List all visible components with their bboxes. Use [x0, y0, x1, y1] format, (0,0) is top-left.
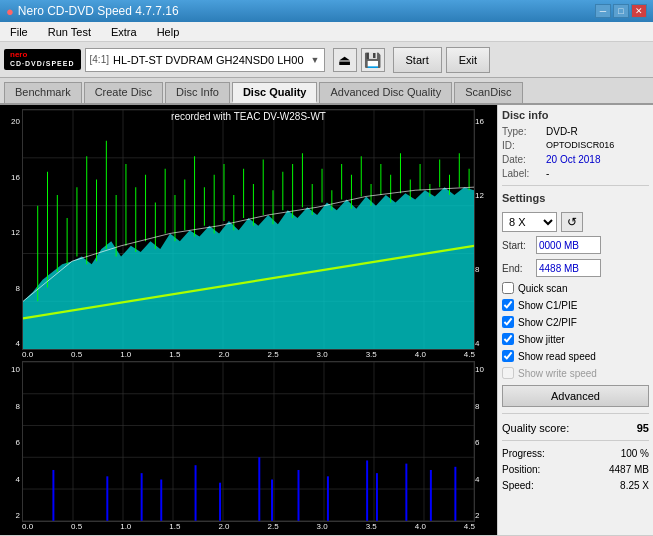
svg-rect-86 — [366, 461, 368, 521]
quality-score-label: Quality score: — [502, 422, 569, 434]
show-c2pif-row: Show C2/PIF — [502, 316, 649, 328]
show-c2pif-checkbox[interactable] — [502, 316, 514, 328]
id-value: OPTODISCR016 — [546, 140, 614, 151]
show-write-speed-row: Show write speed — [502, 367, 649, 379]
drive-selector[interactable]: [4:1] HL-DT-ST DVDRAM GH24NSD0 LH00 ▼ — [85, 48, 325, 72]
svg-rect-84 — [430, 470, 432, 521]
show-read-speed-checkbox[interactable] — [502, 350, 514, 362]
date-label: Date: — [502, 154, 542, 165]
app-title: Nero CD-DVD Speed 4.7.7.16 — [18, 4, 179, 18]
show-jitter-label: Show jitter — [518, 334, 565, 345]
disc-type-row: Type: DVD-R — [502, 126, 649, 137]
drive-name: HL-DT-ST DVDRAM GH24NSD0 LH00 — [113, 54, 307, 66]
menu-bar: File Run Test Extra Help — [0, 22, 653, 42]
start-button[interactable]: Start — [393, 47, 442, 73]
main-content: recorded with TEAC DV-W28S-WT 20 16 12 8… — [0, 105, 653, 535]
disc-label-label: Label: — [502, 168, 542, 179]
chart-title: recorded with TEAC DV-W28S-WT — [171, 111, 326, 122]
end-label: End: — [502, 263, 532, 274]
progress-value: 100 % — [621, 448, 649, 459]
speed-value: 8.25 X — [620, 480, 649, 491]
progress-label: Progress: — [502, 448, 545, 459]
speed-select[interactable]: 8 X — [502, 212, 557, 232]
maximize-button[interactable]: □ — [613, 4, 629, 18]
show-c1pie-label: Show C1/PIE — [518, 300, 577, 311]
tab-disc-info[interactable]: Disc Info — [165, 82, 230, 103]
settings-refresh-icon[interactable]: ↺ — [561, 212, 583, 232]
show-read-speed-label: Show read speed — [518, 351, 596, 362]
type-value: DVD-R — [546, 126, 578, 137]
show-jitter-row: Show jitter — [502, 333, 649, 345]
position-row: Position: 4487 MB — [502, 464, 649, 475]
chart-area: recorded with TEAC DV-W28S-WT 20 16 12 8… — [0, 105, 497, 535]
show-c1pie-checkbox[interactable] — [502, 299, 514, 311]
start-mb-row: Start: 0000 MB — [502, 236, 649, 254]
tab-scan-disc[interactable]: ScanDisc — [454, 82, 522, 103]
id-label: ID: — [502, 140, 542, 151]
start-label: Start: — [502, 240, 532, 251]
start-input[interactable]: 0000 MB — [536, 236, 601, 254]
date-value: 20 Oct 2018 — [546, 154, 600, 165]
settings-title: Settings — [502, 192, 649, 204]
show-c2pif-label: Show C2/PIF — [518, 317, 577, 328]
svg-rect-91 — [454, 467, 456, 521]
show-write-speed-label: Show write speed — [518, 368, 597, 379]
menu-extra[interactable]: Extra — [105, 24, 143, 40]
svg-rect-88 — [195, 465, 197, 521]
end-mb-row: End: 4488 MB — [502, 259, 649, 277]
window-controls: ─ □ ✕ — [595, 4, 647, 18]
quality-score-value: 95 — [637, 422, 649, 434]
tab-disc-quality[interactable]: Disc Quality — [232, 82, 318, 103]
svg-rect-87 — [141, 473, 143, 521]
svg-rect-77 — [52, 470, 54, 521]
quick-scan-label: Quick scan — [518, 283, 567, 294]
quick-scan-checkbox[interactable] — [502, 282, 514, 294]
advanced-button[interactable]: Advanced — [502, 385, 649, 407]
menu-file[interactable]: File — [4, 24, 34, 40]
exit-button[interactable]: Exit — [446, 47, 490, 73]
svg-rect-82 — [327, 477, 329, 521]
quick-scan-row: Quick scan — [502, 282, 649, 294]
svg-rect-85 — [258, 457, 260, 521]
save-icon[interactable]: 💾 — [361, 48, 385, 72]
right-panel: Disc info Type: DVD-R ID: OPTODISCR016 D… — [497, 105, 653, 535]
position-label: Position: — [502, 464, 540, 475]
svg-rect-80 — [219, 483, 221, 521]
tab-bar: Benchmark Create Disc Disc Info Disc Qua… — [0, 78, 653, 105]
svg-rect-78 — [106, 477, 108, 521]
disc-id-row: ID: OPTODISCR016 — [502, 140, 649, 151]
speed-row-info: Speed: 8.25 X — [502, 480, 649, 491]
svg-rect-90 — [405, 464, 407, 521]
svg-rect-79 — [160, 480, 162, 521]
menu-run-test[interactable]: Run Test — [42, 24, 97, 40]
tab-create-disc[interactable]: Create Disc — [84, 82, 163, 103]
quality-score-row: Quality score: 95 — [502, 422, 649, 434]
minimize-button[interactable]: ─ — [595, 4, 611, 18]
disc-date-row: Date: 20 Oct 2018 — [502, 154, 649, 165]
svg-rect-89 — [298, 470, 300, 521]
eject-icon[interactable]: ⏏ — [333, 48, 357, 72]
speed-row: 8 X ↺ — [502, 212, 649, 232]
disc-info-title: Disc info — [502, 109, 649, 121]
show-c1pie-row: Show C1/PIE — [502, 299, 649, 311]
menu-help[interactable]: Help — [151, 24, 186, 40]
close-button[interactable]: ✕ — [631, 4, 647, 18]
tab-advanced-disc-quality[interactable]: Advanced Disc Quality — [319, 82, 452, 103]
app-logo: nero CD·DVD/SPEED — [4, 49, 81, 69]
svg-rect-81 — [271, 480, 273, 521]
svg-rect-83 — [376, 473, 378, 521]
disc-label-value: - — [546, 168, 549, 179]
end-input[interactable]: 4488 MB — [536, 259, 601, 277]
toolbar: nero CD·DVD/SPEED [4:1] HL-DT-ST DVDRAM … — [0, 42, 653, 78]
type-label: Type: — [502, 126, 542, 137]
speed-label: Speed: — [502, 480, 534, 491]
show-write-speed-checkbox[interactable] — [502, 367, 514, 379]
title-bar-text: ● Nero CD-DVD Speed 4.7.7.16 — [6, 4, 179, 19]
show-read-speed-row: Show read speed — [502, 350, 649, 362]
show-jitter-checkbox[interactable] — [502, 333, 514, 345]
position-value: 4487 MB — [609, 464, 649, 475]
title-bar: ● Nero CD-DVD Speed 4.7.7.16 ─ □ ✕ — [0, 0, 653, 22]
drive-ratio: [4:1] — [90, 54, 109, 65]
svg-marker-15 — [23, 187, 474, 349]
tab-benchmark[interactable]: Benchmark — [4, 82, 82, 103]
